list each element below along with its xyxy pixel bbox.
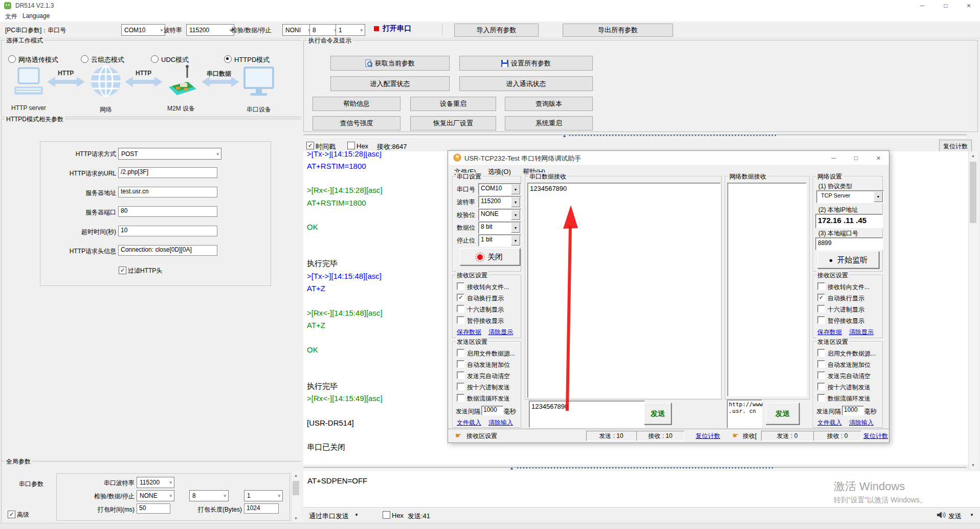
send-input-area[interactable]: AT+SDPEN=OFF 激活 Windows 转到“设置”以激活 Window… [303,471,980,507]
server-port-input[interactable]: 80 [118,206,217,217]
http-url-input[interactable]: /2.php[3F] [118,167,217,178]
slider-marker-icon[interactable]: ▲ [509,466,514,471]
dropdown-button-icon[interactable]: ▼ [511,235,520,246]
scroll-up-icon[interactable]: ▲ [969,153,977,158]
scroll-down-icon[interactable]: ▼ [292,516,300,521]
tcp-maximize-button[interactable]: □ [848,151,864,165]
checkbox-label[interactable]: 十六进制显示 [828,305,864,314]
timestamp-checkbox[interactable]: ✓ [306,142,314,149]
open-serial-button[interactable]: 打开串口 [374,24,411,33]
dropdown-arrow-icon[interactable]: ▼ [970,513,974,517]
net-recv-area[interactable] [727,183,807,396]
checkbox[interactable] [457,349,464,357]
checkbox[interactable] [817,305,825,313]
tcp-parity-select[interactable]: NONE▼ [478,209,521,221]
checkbox-label[interactable]: 按十六进制发送 [828,383,871,392]
radio-label[interactable]: 云组态模式 [91,55,124,64]
clear-input-link[interactable]: 清除输入 [849,418,874,427]
checkbox[interactable]: ✓ [817,294,825,301]
checkbox-label[interactable]: 暂停接收显示 [828,317,864,325]
checkbox[interactable] [457,282,464,290]
tcp-minimize-button[interactable]: ─ [825,151,842,165]
save-data-link[interactable]: 保存数据 [817,328,842,337]
checkbox-label[interactable]: 自动换行显示 [467,294,504,303]
scroll-thumb[interactable] [970,162,976,223]
hex-checkbox[interactable] [347,142,355,149]
checkbox[interactable]: ✓ [457,294,464,301]
radio-udc[interactable] [151,55,159,63]
import-params-button[interactable]: 导入所有参数 [454,24,539,37]
maximize-button[interactable]: □ [934,0,957,11]
checkbox-label[interactable]: 自动发送附加位 [828,361,871,369]
global-databits-select[interactable]: 8∨ [189,490,229,501]
tcp-stopbits-select[interactable]: 1 bit▼ [478,234,521,247]
log-scrollbar[interactable]: ▲ ▼ [968,151,977,470]
minimize-button[interactable]: ─ [910,0,934,11]
load-file-link[interactable]: 文件载入 [457,418,481,427]
dropdown-button-icon[interactable]: ▼ [511,223,520,233]
checkbox-label[interactable]: 按十六进制发送 [467,383,510,392]
checkbox-label[interactable]: 数据流循环发送 [828,394,871,403]
dropdown-button-icon[interactable]: ▼ [874,191,883,202]
checkbox-label[interactable]: 发送完自动清空 [467,372,510,381]
global-parity-select[interactable]: NONE∨ [137,490,174,501]
baud-select[interactable]: 115200∨ [186,24,234,36]
protocol-select[interactable]: TCP Server▼ [816,190,884,203]
tcp-databits-select[interactable]: 8 bit▼ [478,222,521,234]
checkbox[interactable] [457,305,464,313]
dropdown-arrow-icon[interactable]: ▼ [354,513,359,517]
load-file-link[interactable]: 文件载入 [817,418,842,427]
local-port-input[interactable]: 8899 [815,237,883,250]
checkbox[interactable] [817,371,825,379]
scroll-thumb[interactable] [293,481,299,495]
global-stopbits-select[interactable]: 1∨ [244,490,283,501]
radio-cloud[interactable] [81,55,88,63]
send-button[interactable]: 发送 [948,512,962,521]
checkbox[interactable] [457,371,464,379]
serial-send-input[interactable]: 1234567890 [529,401,645,428]
net-send-input[interactable]: http://www .usr. cn [727,400,762,428]
tcp-close-button[interactable]: × [870,151,887,165]
menu-language[interactable]: Language [23,12,50,19]
checkbox-label[interactable]: 十六进制显示 [467,305,504,314]
checkbox-label[interactable]: 自动发送附加位 [467,361,510,369]
clear-input-link[interactable]: 清除输入 [488,418,513,427]
checkbox[interactable] [457,316,464,324]
help-info-button[interactable]: 帮助信息 [313,97,400,111]
checkbox-label[interactable]: 发送完自动清空 [828,372,871,381]
enter-comm-button[interactable]: 进入通讯状态 [459,76,593,91]
radio-httpd[interactable] [224,55,232,63]
serial-send-button[interactable]: 发送 [644,403,672,425]
radio-label[interactable]: UDC模式 [161,55,189,64]
checkbox[interactable] [817,349,825,357]
split-slider-bottom[interactable]: ▲ [303,465,967,471]
enter-config-button[interactable]: 进入配置状态 [330,76,450,91]
radio-label[interactable]: HTTPD模式 [234,55,270,64]
checkbox-label[interactable]: 数据流循环发送 [467,394,510,403]
slider-marker-icon[interactable]: ▲ [562,133,567,138]
serial-recv-area[interactable]: 1234567890 [527,183,721,398]
checkbox-label[interactable]: 接收转向文件... [828,283,870,292]
stopbits-select[interactable]: 1∨ [336,24,365,36]
device-restart-button[interactable]: 设备重启 [410,97,496,111]
menu-file[interactable]: 文件 [5,12,17,21]
checkbox[interactable] [817,282,825,290]
scroll-down-icon[interactable]: ▼ [969,463,977,468]
timeout-input[interactable]: 10 [118,226,217,236]
local-ip-input[interactable]: 172.16 .11 .45 [815,214,883,228]
global-baud-select[interactable]: 115200∨ [137,477,174,488]
checkbox[interactable] [817,383,825,390]
checkbox[interactable] [457,394,464,402]
databits-select[interactable]: 8∨ [309,24,339,36]
close-button[interactable]: × [957,0,980,11]
checkbox-label[interactable]: 启用文件数据源... [828,349,876,358]
http-header-input[interactable]: Connection: close[0D][0A] [118,245,217,256]
dropdown-button-icon[interactable]: ▼ [511,184,520,194]
factory-reset-button[interactable]: 恢复出厂设置 [410,116,496,130]
net-send-button[interactable]: 发送 [766,403,799,425]
tcp-menu-options[interactable]: 选项(O) [488,167,511,177]
tcp-com-select[interactable]: COM10▼ [478,183,521,195]
global-scrollbar[interactable]: ▲ ▼ [291,472,300,522]
dropdown-button-icon[interactable]: ▼ [511,210,520,220]
parity-select[interactable]: NONI∨ [282,24,313,36]
